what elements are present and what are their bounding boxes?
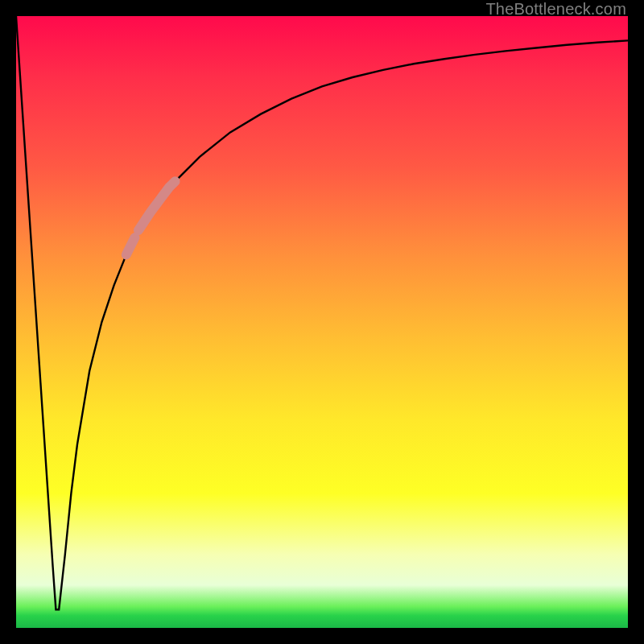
plot-area	[16, 16, 628, 628]
bottleneck-curve-path	[16, 16, 628, 609]
highlight-segment-dot	[126, 237, 135, 254]
curve-svg	[16, 16, 628, 628]
highlight-segment-path	[138, 181, 175, 230]
chart-frame: TheBottleneck.com	[0, 0, 644, 644]
